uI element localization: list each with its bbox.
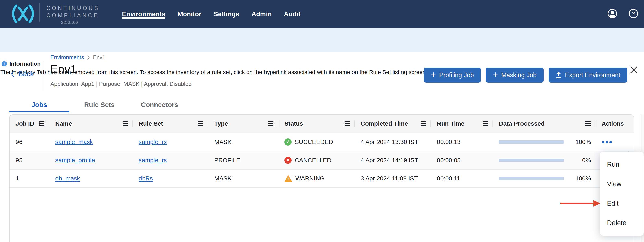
nav-item-monitor[interactable]: Monitor: [178, 0, 201, 28]
column-menu-icon[interactable]: [586, 121, 590, 126]
column-header-job-id: Job ID↓: [10, 115, 49, 133]
column-header-rule-set: Rule Set: [132, 115, 208, 133]
profiling-job-button[interactable]: + Profiling Job: [424, 68, 481, 83]
masking-job-button[interactable]: + Masking Job: [486, 68, 544, 83]
job-name-link[interactable]: sample_mask: [55, 138, 93, 145]
column-label: Job ID: [16, 120, 34, 127]
chevron-right-icon: [87, 55, 90, 60]
column-menu-icon[interactable]: [421, 121, 426, 126]
column-header-actions: Actions: [596, 115, 629, 133]
cell-rule-set: sample_rs: [132, 133, 208, 151]
job-id-value: 96: [16, 138, 22, 145]
cell-rule-set: dbRs: [132, 170, 208, 187]
menu-item-run[interactable]: Run: [600, 155, 644, 174]
app-window: CONTINUOUS COMPLIANCE 22.0.0.0 Environme…: [0, 0, 644, 242]
cell-run-time: 00:00:13: [431, 133, 493, 151]
banner-title: Information: [9, 60, 41, 67]
completed-time-value: 3 Apr 2024 11:09 IST: [360, 175, 418, 182]
back-label: Back: [18, 70, 34, 78]
nav-item-audit[interactable]: Audit: [284, 0, 300, 28]
job-name-link[interactable]: sample_profile: [55, 157, 95, 164]
column-label: Status: [284, 120, 303, 127]
column-label: Completed Time: [360, 120, 408, 127]
cell-type: PROFILE: [208, 151, 278, 169]
column-menu-icon[interactable]: [344, 121, 350, 126]
status-label: SUCCEEDED: [295, 138, 333, 145]
title-divider: [44, 61, 44, 91]
export-environment-button[interactable]: Export Environment: [549, 68, 627, 83]
column-menu-icon[interactable]: [268, 121, 274, 126]
main-nav: EnvironmentsMonitorSettingsAdminAudit: [122, 0, 300, 28]
nav-item-admin[interactable]: Admin: [252, 0, 272, 28]
table-row: 96sample_masksample_rsMASK✓SUCCEEDED4 Ap…: [10, 133, 634, 151]
account-icon[interactable]: [608, 9, 617, 19]
breadcrumb: Environments Env1: [50, 54, 106, 61]
delphix-logo-icon[interactable]: [10, 4, 35, 24]
success-check-icon: ✓: [284, 138, 292, 146]
top-navbar: CONTINUOUS COMPLIANCE 22.0.0.0 Environme…: [0, 0, 644, 28]
job-id-value: 95: [16, 157, 22, 164]
column-header-run-time: Run Time: [431, 115, 493, 133]
info-banner: i Information The Inventory Tab has been…: [0, 28, 644, 52]
table-row: 95sample_profilesample_rsPROFILE✕CANCELL…: [10, 151, 634, 170]
close-icon[interactable]: [629, 65, 638, 74]
column-menu-icon[interactable]: [122, 121, 128, 126]
table-body: 96sample_masksample_rsMASK✓SUCCEEDED4 Ap…: [10, 133, 634, 188]
job-id-value: 1: [16, 175, 19, 182]
table-row: 1db_maskdbRsMASK!WARNING3 Apr 2024 11:09…: [10, 170, 634, 188]
info-icon: i: [2, 61, 7, 66]
job-name-link[interactable]: db_mask: [55, 175, 80, 182]
masking-job-label: Masking Job: [501, 71, 537, 79]
cell-data-processed: 100%: [493, 170, 596, 187]
nav-item-settings[interactable]: Settings: [214, 0, 239, 28]
cell-name: db_mask: [49, 170, 132, 187]
cell-data-processed: 100%: [493, 133, 596, 151]
cell-status: !WARNING: [278, 170, 354, 187]
rule-set-link[interactable]: sample_rs: [139, 157, 167, 164]
back-button[interactable]: Back: [10, 70, 34, 78]
brand-line2: COMPLIANCE: [46, 12, 100, 19]
row-actions-button[interactable]: •••: [602, 140, 613, 144]
cancelled-x-icon: ✕: [284, 157, 292, 164]
column-header-name: Name: [49, 115, 132, 133]
breadcrumb-current: Env1: [93, 54, 106, 61]
cell-job-id: 96: [10, 133, 49, 151]
column-header-status: Status: [278, 115, 354, 133]
progress-bar: [499, 159, 564, 162]
cell-type: MASK: [208, 170, 278, 187]
column-menu-icon[interactable]: [198, 121, 203, 126]
cell-name: sample_profile: [49, 151, 132, 169]
cell-run-time: 00:00:11: [431, 170, 493, 187]
nav-item-environments[interactable]: Environments: [122, 0, 165, 28]
brand-name: CONTINUOUS COMPLIANCE: [46, 4, 100, 19]
progress-percent: 100%: [575, 138, 596, 145]
rule-set-link[interactable]: dbRs: [139, 175, 153, 182]
tab-rule-sets[interactable]: Rule Sets: [69, 97, 130, 112]
jobs-table: Job ID↓NameRule SetTypeStatusCompleted T…: [9, 114, 634, 242]
column-label: Name: [55, 120, 72, 127]
export-environment-label: Export Environment: [565, 71, 620, 79]
help-icon[interactable]: ?: [628, 9, 638, 19]
menu-item-delete[interactable]: Delete: [600, 213, 644, 233]
tab-jobs[interactable]: Jobs: [9, 97, 69, 112]
tab-connectors[interactable]: Connectors: [130, 97, 190, 112]
column-label: Rule Set: [139, 120, 163, 127]
column-header-completed-time: Completed Time: [354, 115, 431, 133]
breadcrumb-environments-link[interactable]: Environments: [50, 54, 84, 61]
status-label: CANCELLED: [295, 157, 331, 164]
menu-item-edit[interactable]: Edit: [600, 194, 644, 213]
column-menu-icon[interactable]: [39, 121, 44, 126]
plus-icon: +: [431, 70, 436, 79]
app-version: 22.0.0.0: [61, 20, 78, 25]
column-label: Run Time: [437, 120, 464, 127]
status-label: WARNING: [295, 175, 325, 182]
cell-job-id: 95: [10, 151, 49, 169]
menu-item-view[interactable]: View: [600, 174, 644, 194]
cell-run-time: 00:00:05: [431, 151, 493, 169]
column-menu-icon[interactable]: [483, 121, 488, 126]
annotation-arrow: [560, 200, 601, 207]
job-type-value: MASK: [214, 138, 232, 145]
rule-set-link[interactable]: sample_rs: [139, 138, 167, 145]
cell-actions: •••: [596, 133, 629, 151]
chevron-left-icon: [10, 70, 15, 78]
